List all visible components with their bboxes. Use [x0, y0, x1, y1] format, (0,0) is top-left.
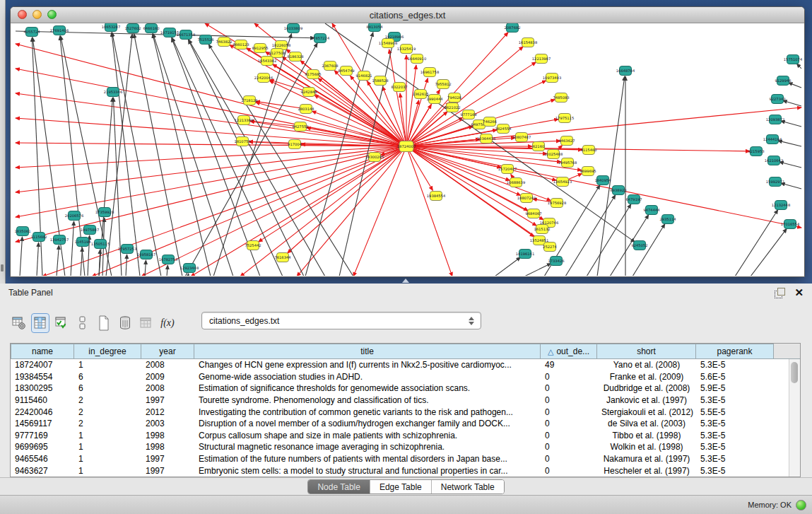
graph-node[interactable]: 1621022 — [444, 103, 460, 112]
graph-node[interactable]: 8186328 — [287, 52, 303, 62]
cell-out_degree[interactable]: 0 — [541, 419, 597, 428]
cell-in_degree[interactable]: 6 — [74, 383, 141, 393]
graph-node[interactable]: 16154838 — [519, 38, 537, 47]
show-columns-icon[interactable] — [31, 313, 49, 333]
close-panel-icon[interactable]: ✕ — [794, 288, 804, 298]
graph-node[interactable]: 7515526 — [197, 35, 213, 45]
graph-node[interactable]: 252274 — [543, 243, 558, 252]
graph-node[interactable]: 27691406 — [50, 26, 69, 35]
cell-pagerank[interactable]: 5.9E-5 — [696, 383, 774, 393]
cell-in_degree[interactable]: 6 — [74, 372, 141, 382]
cell-out_degree[interactable]: 0 — [541, 442, 597, 452]
cell-title[interactable]: Embryonic stem cells: a model to study s… — [194, 466, 541, 476]
window-titlebar[interactable]: citations_edges.txt — [11, 7, 804, 23]
graph-node[interactable]: 7463822 — [216, 37, 232, 47]
cell-year[interactable]: 1997 — [141, 454, 194, 464]
graph-node[interactable]: 9699695 — [579, 167, 596, 176]
graph-hub-node[interactable]: 18724007 — [397, 141, 416, 152]
cell-year[interactable]: 1997 — [141, 466, 194, 476]
graph-node[interactable]: 6479197 — [625, 195, 642, 204]
graph-node[interactable]: 794028 — [447, 93, 461, 103]
cell-pagerank[interactable]: 5.3E-5 — [696, 466, 774, 476]
cell-pagerank[interactable]: 5.3E-5 — [696, 360, 774, 370]
graph-node[interactable]: 8454749 — [338, 66, 354, 76]
table-row[interactable]: 969969511998Structural magnetic resonanc… — [11, 441, 789, 453]
graph-node[interactable]: 12444194 — [763, 135, 782, 144]
graph-node[interactable]: 20206576 — [65, 211, 83, 221]
cell-name[interactable]: 18300295 — [11, 383, 74, 393]
graph-node[interactable]: 13942757 — [50, 235, 69, 245]
cell-title[interactable]: Tourette syndrome. Phenomenology and cla… — [194, 395, 541, 405]
table-row[interactable]: 911546021997Tourette syndrome. Phenomeno… — [11, 395, 789, 407]
graph-node[interactable]: 9129946 — [775, 76, 791, 86]
cell-short[interactable]: Tibbo et al. (1998) — [597, 431, 696, 440]
graph-node[interactable]: 15992971 — [766, 177, 784, 187]
graph-node[interactable]: 19975887 — [81, 226, 99, 235]
cell-title[interactable]: Changes of HCN gene expression and I(f) … — [194, 360, 541, 370]
graph-node[interactable]: 10653287 — [102, 23, 120, 32]
table-row[interactable]: 946554611997Estimation of the future num… — [11, 453, 789, 465]
minimize-button[interactable] — [33, 10, 42, 19]
graph-node[interactable]: 16648784 — [616, 66, 635, 76]
table-row[interactable]: 977716911998Corpus callosum shape and si… — [11, 430, 789, 442]
graph-node[interactable]: 17975115 — [555, 114, 574, 123]
graph-node[interactable]: 8322037 — [391, 83, 407, 92]
network-table-select[interactable]: citations_edges.txt — [201, 312, 481, 329]
graph-node[interactable]: 2087682 — [504, 23, 520, 33]
graph-node[interactable]: 9146821 — [355, 71, 372, 81]
side-panel-handle[interactable] — [1, 264, 4, 271]
graph-node[interactable]: 7616344 — [274, 253, 291, 262]
graph-node[interactable]: 19384554 — [427, 192, 446, 201]
cell-in_degree[interactable]: 2 — [74, 395, 141, 405]
graph-node[interactable]: 9115460 — [580, 146, 596, 155]
cell-title[interactable]: Estimation of the future numbers of pati… — [194, 454, 541, 464]
new-table-icon[interactable] — [95, 313, 113, 333]
graph-node[interactable]: 10688639 — [507, 178, 525, 187]
graph-node[interactable]: 9245052 — [631, 241, 647, 250]
graph-node[interactable]: 19495768 — [558, 158, 577, 168]
graph-node[interactable]: 1145194 — [74, 238, 91, 247]
graph-node[interactable]: 1733426 — [548, 257, 564, 266]
cell-in_degree[interactable]: 1 — [74, 454, 141, 464]
network-view-window[interactable]: citations_edges.txt 40557242769140610653… — [10, 6, 805, 277]
graph-node[interactable]: 10807487 — [512, 133, 531, 142]
graph-node[interactable]: 7955812 — [435, 80, 451, 89]
cell-name[interactable]: 18724007 — [11, 360, 74, 370]
cell-title[interactable]: Disruption of a novel member of a sodium… — [194, 419, 541, 428]
cell-name[interactable]: 9463627 — [11, 466, 74, 476]
cell-year[interactable]: 2008 — [141, 360, 194, 370]
graph-node[interactable]: 6466160 — [143, 24, 159, 33]
graph-node[interactable]: 16033809 — [284, 24, 302, 33]
graph-node[interactable]: 1835061 — [14, 227, 30, 236]
cell-year[interactable]: 1998 — [141, 442, 194, 452]
cell-name[interactable]: 9115460 — [11, 395, 74, 405]
tab-edge-table[interactable]: Edge Table — [370, 480, 431, 493]
graph-node[interactable]: 12132448 — [772, 201, 790, 210]
graph-node[interactable]: 4055724 — [23, 28, 40, 37]
graph-node[interactable]: 9684067 — [525, 209, 541, 218]
graph-node[interactable]: 14196141 — [516, 250, 534, 259]
import-table-icon[interactable] — [52, 313, 71, 333]
graph-node[interactable]: 16961758 — [420, 68, 439, 77]
graph-node[interactable]: 13654923 — [553, 177, 572, 187]
cell-name[interactable]: 22420046 — [11, 407, 74, 417]
graph-node[interactable]: 3824554 — [495, 124, 512, 134]
cell-title[interactable]: Corpus callosum shape and size in male p… — [194, 431, 541, 440]
graph-node[interactable]: 13325419 — [397, 45, 416, 54]
close-button[interactable] — [18, 10, 27, 19]
graph-node[interactable]: 16671358 — [177, 30, 195, 40]
graph-node[interactable]: 12923448 — [180, 264, 199, 273]
cell-name[interactable]: 9777169 — [11, 431, 74, 440]
cell-pagerank[interactable]: 5.3E-5 — [696, 442, 774, 452]
table-options-icon[interactable] — [10, 313, 28, 333]
collapsed-side-panel[interactable] — [0, 0, 6, 284]
graph-node[interactable]: 1615132 — [534, 225, 550, 234]
cell-name[interactable]: 14569117 — [11, 419, 74, 428]
cell-out_degree[interactable]: 0 — [541, 466, 597, 476]
graph-node[interactable]: 1115682 — [30, 233, 47, 242]
cell-year[interactable]: 2008 — [141, 383, 194, 393]
column-header-short[interactable]: short — [597, 344, 696, 359]
graph-node[interactable]: 9474444 — [643, 206, 660, 215]
cell-title[interactable]: Estimation of significance thresholds fo… — [194, 383, 541, 393]
delete-table-icon[interactable] — [116, 313, 134, 333]
